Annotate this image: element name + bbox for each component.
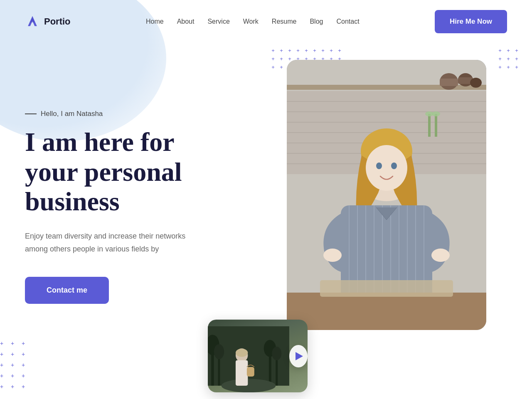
hero-left: Hello, I am Natasha I am here for your p… <box>25 60 245 304</box>
greeting-line: Hello, I am Natasha <box>25 110 245 118</box>
nav-home[interactable]: Home <box>146 18 164 25</box>
svg-point-49 <box>222 379 276 392</box>
nav-contact[interactable]: Contact <box>336 18 359 25</box>
video-person-illustration <box>208 320 289 392</box>
svg-rect-16 <box>435 114 437 137</box>
svg-rect-39 <box>320 280 453 297</box>
greeting-text: Hello, I am Natasha <box>41 110 103 118</box>
svg-point-44 <box>214 344 224 359</box>
svg-rect-51 <box>236 360 248 386</box>
contact-me-button[interactable]: Contact me <box>25 277 109 304</box>
play-button[interactable] <box>289 345 308 367</box>
person-illustration <box>287 60 486 330</box>
svg-point-36 <box>323 249 342 262</box>
main-nav: Home About Service Work Resume Blog Cont… <box>146 18 360 25</box>
svg-point-53 <box>236 349 248 357</box>
svg-point-24 <box>391 163 397 169</box>
hero-heading-line2: your personal <box>25 157 182 187</box>
hero-heading-line3: business <box>25 187 120 216</box>
nav-about[interactable]: About <box>177 18 195 25</box>
video-thumbnail[interactable] <box>208 320 308 392</box>
dots-bottom-left: + + + + + + + + + + + + + + + <box>0 340 29 391</box>
svg-rect-52 <box>247 367 254 377</box>
svg-point-6 <box>470 78 482 88</box>
nav-work[interactable]: Work <box>243 18 259 25</box>
hero-heading: I am here for your personal business <box>25 127 245 217</box>
svg-rect-15 <box>428 114 431 137</box>
dots-far-right-grid: +++ +++ +++ <box>497 47 520 70</box>
nav-resume[interactable]: Resume <box>272 18 297 25</box>
site-header: Portio Home About Service Work Resume Bl… <box>0 0 532 43</box>
nav-blog[interactable]: Blog <box>310 18 323 25</box>
greeting-dash <box>25 113 37 114</box>
svg-point-23 <box>376 163 382 169</box>
logo-link[interactable]: Portio <box>25 14 71 29</box>
svg-point-37 <box>431 249 450 262</box>
main-content: Hello, I am Natasha I am here for your p… <box>0 43 532 397</box>
svg-point-22 <box>366 145 407 191</box>
svg-rect-3 <box>440 79 458 86</box>
hero-description: Enjoy team diversity and increase their … <box>25 230 208 255</box>
hire-me-button[interactable]: Hire Me Now <box>435 10 507 33</box>
logo-text: Portio <box>44 16 71 27</box>
nav-service[interactable]: Service <box>207 18 229 25</box>
svg-rect-38 <box>287 293 486 330</box>
hero-right: +++++++++ +++++++++ +++++++++ +++ +++ ++… <box>245 60 507 397</box>
hero-photo <box>287 60 486 330</box>
logo-icon <box>25 14 40 29</box>
svg-point-18 <box>432 111 440 116</box>
hero-heading-line1: I am here for <box>25 127 175 157</box>
svg-point-48 <box>272 347 281 360</box>
